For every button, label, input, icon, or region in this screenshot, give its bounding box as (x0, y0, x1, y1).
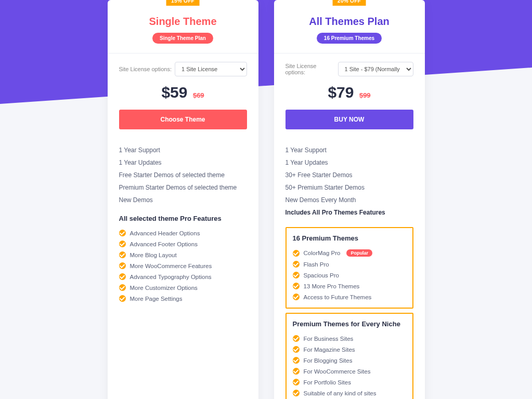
price-old: $69 (193, 91, 204, 99)
check-icon (293, 283, 300, 289)
list-item: For Business Sites (293, 333, 406, 344)
license-select[interactable]: 1 Site - $79 (Normally (338, 62, 413, 76)
list-item: Advanced Typography Options (119, 271, 247, 282)
divider (108, 53, 258, 54)
feature-item: New Demos Every Month (286, 194, 413, 206)
feature-list: 1 Year Support 1 Year Updates Free Start… (119, 144, 247, 206)
list-item: More WooCommerce Features (119, 260, 247, 271)
niche-themes-box: Premium Themes for Every Niche For Busin… (286, 313, 413, 399)
check-icon (119, 273, 126, 280)
list-item: More Customizer Options (119, 282, 247, 293)
check-icon (119, 230, 126, 236)
feature-item: 1 Year Support (286, 144, 413, 156)
list-item: Advanced Header Options (119, 228, 247, 238)
plan-title: All Themes Plan (286, 16, 413, 28)
price-current: $79 (328, 84, 354, 101)
check-icon (293, 357, 300, 364)
box-head: Premium Themes for Every Niche (293, 320, 406, 328)
price-row: $59 $69 (119, 84, 247, 101)
choose-theme-button[interactable]: Choose Theme (119, 110, 247, 129)
feature-item: Premium Starter Demos of selected theme (119, 181, 247, 194)
list-item: For Blogging Sites (293, 355, 406, 366)
check-icon (119, 241, 126, 247)
discount-badge: 15% OFF (166, 0, 200, 6)
check-icon (293, 379, 300, 385)
feature-item: New Demos (119, 194, 247, 206)
feature-item: 50+ Premium Starter Demos (286, 181, 413, 194)
check-icon (293, 272, 300, 278)
license-select[interactable]: 1 Site License (175, 62, 246, 76)
check-icon (293, 250, 300, 257)
feature-item: 30+ Free Starter Demos (286, 169, 413, 181)
pricing-card-single: 15% OFF Single Theme Single Theme Plan S… (108, 0, 258, 399)
feature-list: 1 Year Support 1 Year Updates 30+ Free S… (286, 144, 413, 219)
price-current: $59 (161, 84, 187, 101)
plan-title: Single Theme (119, 16, 247, 28)
list-item: ColorMag ProPopular (293, 247, 406, 259)
license-label: Site License options: (286, 63, 335, 75)
popular-badge: Popular (346, 249, 372, 257)
price-row: $79 $99 (286, 84, 413, 101)
pricing-card-all: 20% OFF All Themes Plan 16 Premium Theme… (274, 0, 425, 399)
list-item: 13 More Pro Themes (293, 281, 406, 291)
list-item: More Blog Layout (119, 249, 247, 260)
check-icon (293, 261, 300, 268)
divider (274, 53, 425, 54)
feature-item: 1 Year Updates (119, 156, 247, 169)
list-item: Access to Future Themes (293, 291, 406, 302)
box-head: 16 Premium Themes (293, 234, 406, 242)
list-item: More Page Settings (119, 293, 247, 304)
check-icon (293, 346, 300, 353)
list-item: Advanced Footer Options (119, 238, 247, 249)
list-item: For WooCommerce Sites (293, 366, 406, 377)
feature-item: 1 Year Support (119, 144, 247, 156)
pro-features-list: Advanced Header Options Advanced Footer … (119, 228, 247, 304)
check-icon (293, 335, 300, 342)
list-item: Suitable of any kind of sites (293, 388, 406, 398)
list-item: For Portfolio Sites (293, 377, 406, 388)
check-icon (293, 294, 300, 300)
plan-pill: Single Theme Plan (152, 33, 213, 44)
check-icon (119, 295, 126, 302)
check-icon (293, 368, 300, 375)
price-old: $99 (359, 91, 371, 99)
check-icon (293, 390, 300, 396)
plan-pill: 16 Premium Themes (317, 33, 382, 44)
feature-item: Includes All Pro Themes Features (286, 206, 413, 219)
feature-item: Free Starter Demos of selected theme (119, 169, 247, 181)
list-item: For Magazine Sites (293, 344, 406, 355)
check-icon (119, 262, 126, 269)
list-item: Flash Pro (293, 259, 406, 270)
pro-features-head: All selected theme Pro Features (119, 215, 247, 222)
premium-themes-box: 16 Premium Themes ColorMag ProPopular Fl… (286, 227, 413, 309)
license-label: Site License options: (119, 66, 172, 72)
check-icon (119, 284, 126, 291)
check-icon (119, 251, 126, 258)
feature-item: 1 Year Updates (286, 156, 413, 169)
buy-now-button[interactable]: BUY NOW (286, 110, 413, 129)
list-item: Spacious Pro (293, 270, 406, 281)
discount-badge: 20% OFF (332, 0, 366, 6)
